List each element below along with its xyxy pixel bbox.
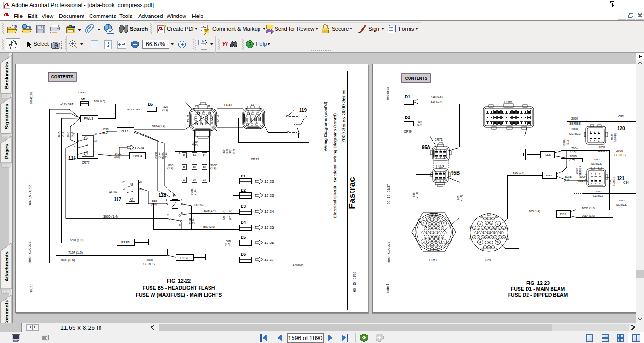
svg-text:119: 119 (299, 108, 307, 113)
svg-text:+8: +8 (139, 181, 142, 184)
svg-text:(1.0): (1.0) (566, 140, 569, 145)
svg-text:k: k (493, 218, 493, 220)
svg-text:2: 2 (594, 130, 595, 133)
svg-text:3: 3 (436, 149, 437, 151)
svg-text:700B: 700B (570, 155, 577, 158)
svg-text:Pages: Pages (4, 144, 9, 159)
svg-text:k: k (438, 223, 439, 226)
svg-text:CR73: CR73 (435, 138, 443, 141)
svg-text:B38B: B38B (565, 176, 572, 178)
svg-text:6: 6 (590, 140, 591, 142)
svg-text:2: 2 (123, 187, 125, 190)
svg-text:C28: C28 (485, 259, 491, 262)
svg-text:F: F (478, 236, 479, 239)
svg-text:C84: C84 (623, 181, 629, 184)
svg-text:+3: +3 (94, 139, 97, 142)
svg-text:E: E (434, 240, 435, 243)
svg-text:Issue 1: Issue 1 (386, 284, 389, 293)
svg-text:e: e (493, 246, 494, 249)
svg-text:806: 806 (168, 164, 174, 167)
svg-text:(1.4): (1.4) (210, 167, 216, 170)
svg-text:(1.0): (1.0) (195, 141, 198, 146)
svg-text:n: n (434, 227, 435, 230)
svg-text:B38B: B38B (155, 152, 158, 159)
svg-text:905: 905 (457, 195, 460, 200)
svg-text:5: 5 (594, 140, 595, 142)
svg-text:t: t (427, 232, 428, 234)
svg-text:z: z (429, 236, 430, 238)
svg-text:2000: 2000 (599, 146, 605, 149)
svg-text:3000: 3000 (609, 179, 612, 184)
svg-text:p: p (478, 227, 479, 229)
svg-text:F: F (179, 152, 180, 155)
svg-text:CR79: CR79 (404, 130, 412, 133)
svg-text:d: d (427, 219, 428, 221)
svg-text:4: 4 (210, 114, 212, 117)
svg-text:95B: 95B (451, 170, 460, 176)
svg-text:710R: 710R (189, 218, 192, 224)
svg-text:(1.0): (1.0) (194, 189, 197, 194)
svg-text:(2.0): (2.0) (61, 132, 64, 137)
svg-text:360B (0.6): 360B (0.6) (60, 259, 75, 262)
svg-text:3: 3 (591, 173, 592, 176)
svg-text:+12V BAT: +12V BAT (127, 108, 140, 111)
svg-text:FIG. 12-22: FIG. 12-22 (167, 278, 191, 284)
svg-text:1: 1 (598, 130, 600, 133)
svg-text:L: L (499, 236, 501, 239)
svg-text:1: 1 (444, 149, 445, 151)
svg-text:B: B (181, 211, 183, 214)
svg-text:CR39-E: CR39-E (194, 203, 205, 207)
svg-text:3000: 3000 (576, 168, 578, 174)
svg-text:z: z (485, 232, 485, 234)
svg-text:(1.0): (1.0) (151, 203, 157, 206)
svg-text:CR79: CR79 (251, 158, 259, 161)
svg-text:SERIES: SERIES (577, 180, 588, 183)
svg-text:3000: 3000 (146, 259, 153, 262)
svg-text:2: 2 (167, 214, 169, 217)
svg-text:CR46: CR46 (78, 91, 86, 94)
svg-text:aa: aa (495, 215, 498, 218)
svg-text:4: 4 (599, 182, 601, 185)
svg-text:b: b (491, 242, 492, 244)
svg-text:PES3: PES3 (121, 241, 130, 244)
svg-text:G: G (482, 236, 483, 239)
svg-text:SERIES: SERIES (591, 162, 602, 165)
svg-text:2000: 2000 (595, 190, 602, 193)
svg-text:FIG. 12-23: FIG. 12-23 (526, 280, 550, 286)
svg-text:L4: L4 (255, 121, 258, 124)
svg-text:839: 839 (222, 149, 225, 153)
svg-text:w: w (440, 232, 441, 234)
svg-text:bb: bb (480, 215, 483, 218)
svg-text:4: 4 (598, 140, 600, 142)
svg-text:Bookmarks: Bookmarks (4, 62, 9, 89)
svg-text:360D (1.4): 360D (1.4) (103, 215, 118, 218)
svg-text:n: n (474, 227, 475, 229)
svg-text:6: 6 (436, 157, 437, 159)
svg-text:FUSE B5 - HEADLIGHT FLASH: FUSE B5 - HEADLIGHT FLASH (143, 285, 215, 291)
svg-text:s: s (423, 232, 424, 234)
svg-text:MBS: MBS (546, 174, 552, 177)
svg-text:d: d (488, 246, 489, 249)
svg-text:1: 1 (599, 173, 601, 176)
svg-text:(1.0): (1.0) (225, 243, 230, 246)
svg-text:K: K (495, 236, 496, 239)
svg-text:+12V BAT: +12V BAT (60, 103, 73, 106)
svg-text:CONTENTS: CONTENTS (51, 75, 74, 79)
svg-text:FUSE D2 - DIPPED BEAM: FUSE D2 - DIPPED BEAM (508, 292, 568, 298)
svg-text:gg: gg (506, 237, 509, 240)
svg-text:60 - 15 - 01/37: 60 - 15 - 01/37 (387, 184, 390, 204)
svg-text:l: l (426, 227, 426, 230)
svg-text:l: l (487, 222, 487, 224)
svg-text:SERIES: SERIES (569, 132, 581, 135)
svg-text:A: A (488, 232, 490, 234)
svg-text:5: 5 (250, 115, 251, 117)
svg-text:(2.0): (2.0) (70, 132, 73, 137)
svg-text:5: 5 (440, 157, 441, 159)
svg-text:CR7B: CR7B (109, 190, 117, 193)
svg-text:SERIES: SERIES (614, 153, 626, 157)
svg-text:905 (1.4): 905 (1.4) (529, 210, 540, 213)
svg-text:2: 2 (74, 139, 75, 142)
svg-text:FUSE W (MAXIFUSE) - MAIN LIGHT: FUSE W (MAXIFUSE) - MAIN LIGHTS (136, 292, 222, 298)
svg-text:M: M (435, 248, 437, 251)
svg-text:98041103: 98041103 (30, 92, 33, 104)
